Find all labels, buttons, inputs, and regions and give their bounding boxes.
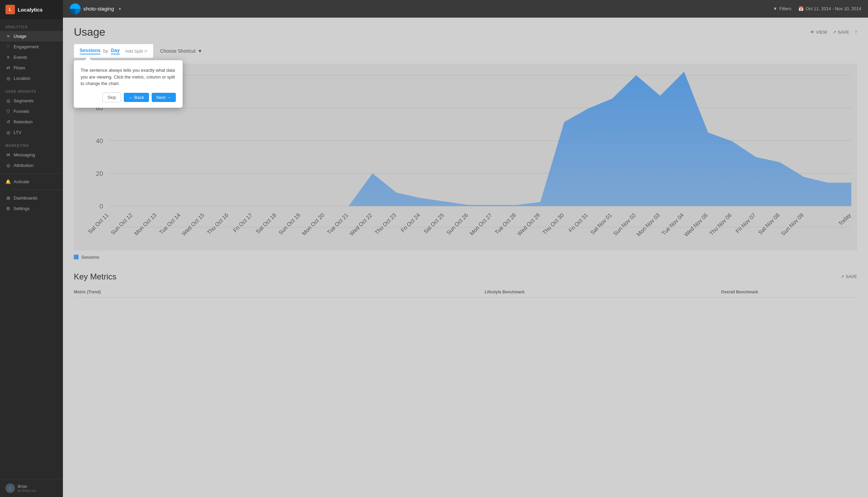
save-button[interactable]: ↗ SAVE — [832, 30, 849, 35]
next-button[interactable]: Next → — [152, 93, 176, 102]
user-name: Brian — [18, 484, 37, 489]
sentence-bar: Sessions by Day Add Split ⟳ — [74, 44, 153, 58]
svg-text:Thu Oct 16: Thu Oct 16 — [206, 212, 229, 236]
app-name: shoto-staging — [83, 6, 114, 12]
svg-text:Sun Nov 09: Sun Nov 09 — [780, 212, 805, 237]
svg-text:Sun Oct 12: Sun Oct 12 — [110, 212, 133, 236]
svg-text:0: 0 — [99, 203, 103, 210]
sidebar-divider-2 — [0, 190, 63, 190]
sidebar-item-events[interactable]: ≡ Events — [0, 52, 63, 62]
sidebar-divider-1 — [0, 173, 63, 174]
sidebar-item-dashboards[interactable]: ⊞ Dashboards — [0, 193, 63, 203]
sidebar-label-engagement: Engagement — [14, 44, 39, 49]
key-metrics-save-label: SAVE — [845, 274, 857, 279]
sidebar-label-dashboards: Dashboards — [14, 196, 38, 201]
choose-shortcut-button[interactable]: Choose Shortcut ▼ — [160, 48, 202, 54]
sidebar-item-attribution[interactable]: ◎ Attribution — [0, 160, 63, 171]
svg-text:Thu Oct 23: Thu Oct 23 — [374, 212, 397, 236]
flows-icon: ⇄ — [5, 65, 11, 70]
chart-controls: Sessions by Day Add Split ⟳ Choose Short… — [63, 44, 868, 63]
filters-label: Filters — [779, 6, 791, 11]
back-button[interactable]: ← Back — [124, 93, 149, 102]
view-label: VIEW — [816, 30, 827, 35]
user-info: Brian at Shoto Inc. — [18, 484, 37, 493]
svg-text:Fri Oct 31: Fri Oct 31 — [567, 212, 589, 233]
svg-text:Sat Oct 25: Sat Oct 25 — [422, 212, 445, 235]
sidebar-item-funnels[interactable]: ▽ Funnels — [0, 106, 63, 117]
sidebar-label-ltv: LTV — [14, 130, 22, 135]
sidebar-bottom: 👤 Brian at Shoto Inc. — [0, 479, 63, 497]
sidebar-item-messaging[interactable]: ✉ Messaging — [0, 150, 63, 160]
sidebar-item-ltv[interactable]: ◎ LTV — [0, 127, 63, 138]
user-company: at Shoto Inc. — [18, 489, 37, 493]
svg-text:Sun Nov 02: Sun Nov 02 — [612, 212, 637, 237]
sidebar-item-retention[interactable]: ↺ Retention — [0, 117, 63, 127]
view-button[interactable]: 👁 VIEW — [810, 30, 827, 35]
sidebar-item-segments[interactable]: ◎ Segments — [0, 96, 63, 106]
svg-text:Wed Oct 29: Wed Oct 29 — [516, 212, 541, 237]
sidebar-item-engagement[interactable]: ♡ Engagement — [0, 41, 63, 52]
dashboards-icon: ⊞ — [5, 196, 11, 201]
skip-button[interactable]: Skip — [102, 93, 121, 102]
tooltip-buttons: Skip ← Back Next → — [81, 93, 176, 102]
sidebar-label-segments: Segments — [14, 98, 34, 103]
svg-text:Mon Oct 13: Mon Oct 13 — [133, 212, 157, 236]
filter-icon: ▼ — [773, 6, 777, 11]
filters-button[interactable]: ▼ Filters — [773, 6, 791, 11]
location-icon: ◎ — [5, 76, 11, 81]
chart-area: 80 60 40 20 0 Sat Oct 11 — [74, 63, 857, 251]
main-content: shoto-staging ▼ ▼ Filters 📅 Oct 11, 2014… — [63, 0, 868, 497]
tooltip-arrow — [85, 57, 92, 60]
svg-text:Tue Oct 14: Tue Oct 14 — [158, 212, 181, 235]
svg-text:Sun Oct 26: Sun Oct 26 — [445, 212, 469, 236]
events-icon: ≡ — [5, 55, 11, 60]
sidebar-item-settings[interactable]: ⚙ Settings — [0, 203, 63, 214]
view-icon: 👁 — [810, 30, 815, 35]
svg-text:Sat Nov 08: Sat Nov 08 — [757, 212, 781, 236]
sidebar-item-usage[interactable]: ≈ Usage — [0, 31, 63, 41]
legend-color — [74, 255, 79, 259]
svg-text:20: 20 — [96, 170, 103, 177]
save-icon: ↗ — [832, 30, 836, 35]
ltv-icon: ◎ — [5, 130, 11, 135]
sidebar-label-usage: Usage — [14, 34, 27, 39]
messaging-icon: ✉ — [5, 152, 11, 157]
svg-text:Mon Oct 20: Mon Oct 20 — [301, 212, 325, 236]
column-selector[interactable]: Day — [111, 47, 120, 54]
tooltip-text: The sentence always tells you exactly wh… — [81, 67, 176, 87]
date-range-text: Oct 11, 2014 - Nov 10, 2014 — [806, 6, 861, 11]
sidebar-label-location: Location — [14, 76, 30, 81]
page-header: Usage 👁 VIEW ↗ SAVE ? — [63, 18, 868, 44]
app-dropdown-icon[interactable]: ▼ — [118, 7, 122, 11]
attribution-icon: ◎ — [5, 163, 11, 168]
metrics-table-header: Metric (Trend) Lifestyle Benchmark Overa… — [74, 287, 857, 297]
key-metrics-save-button[interactable]: ↗ SAVE — [840, 274, 857, 279]
svg-text:Today: Today — [837, 212, 852, 227]
sidebar-label-retention: Retention — [14, 119, 33, 124]
svg-text:Sun Oct 19: Sun Oct 19 — [278, 212, 302, 236]
svg-text:Sat Oct 18: Sat Oct 18 — [254, 212, 277, 235]
sidebar-item-location[interactable]: ◎ Location — [0, 73, 63, 84]
topbar: shoto-staging ▼ ▼ Filters 📅 Oct 11, 2014… — [63, 0, 868, 18]
help-icon[interactable]: ? — [855, 30, 857, 35]
sidebar-label-settings: Settings — [14, 206, 30, 211]
metrics-col3-header: Overall Benchmark — [622, 290, 857, 294]
metric-selector[interactable]: Sessions — [80, 47, 100, 54]
page-title: Usage — [74, 26, 106, 39]
engagement-icon: ♡ — [5, 44, 11, 49]
date-range-picker[interactable]: 📅 Oct 11, 2014 - Nov 10, 2014 — [798, 6, 861, 11]
sidebar-user: 👤 Brian at Shoto Inc. — [5, 483, 57, 493]
add-split-button[interactable]: Add Split ⟳ — [125, 48, 148, 54]
svg-text:Wed Oct 15: Wed Oct 15 — [181, 212, 206, 237]
sidebar-label-events: Events — [14, 55, 27, 60]
sidebar-item-flows[interactable]: ⇄ Flows — [0, 62, 63, 73]
user-insights-section-label: User Insights — [0, 84, 63, 96]
svg-text:Tue Oct 21: Tue Oct 21 — [326, 212, 349, 235]
sidebar-item-activate[interactable]: 🔔 Activate — [0, 176, 63, 187]
analytics-section-label: Analytics — [0, 19, 63, 31]
chart-legend: Sessions — [63, 251, 868, 264]
svg-text:Tue Oct 28: Tue Oct 28 — [493, 212, 517, 235]
tooltip-popup: The sentence always tells you exactly wh… — [74, 60, 183, 108]
chart-area-fill — [109, 72, 851, 206]
split-icon: ⟳ — [144, 49, 148, 54]
